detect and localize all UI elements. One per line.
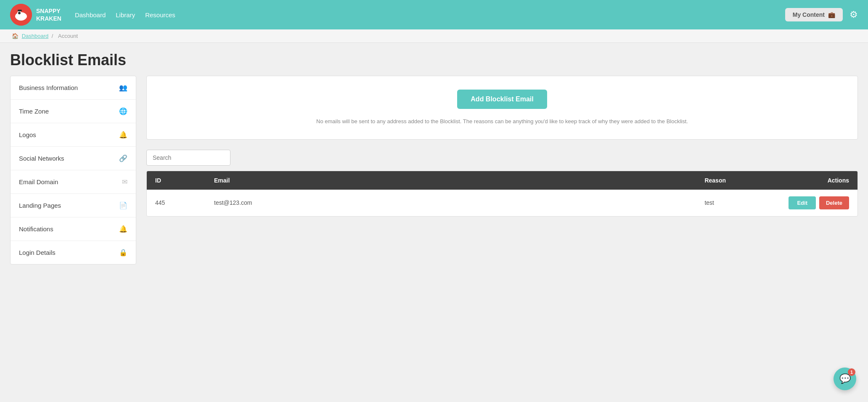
col-header-email: Email bbox=[206, 171, 696, 190]
brand-name: SNAPPY KRAKEN bbox=[36, 7, 61, 22]
briefcase-icon: 💼 bbox=[828, 11, 835, 18]
page-title: Blocklist Emails bbox=[10, 51, 858, 69]
add-blocklist-section: Add Blocklist Email No emails will be se… bbox=[146, 76, 858, 140]
sidebar-item-social-networks[interactable]: Social Networks 🔗 bbox=[11, 147, 136, 170]
sidebar-item-notifications[interactable]: Notifications 🔔 bbox=[11, 217, 136, 241]
nav-links: Dashboard Library Resources bbox=[75, 11, 175, 19]
breadcrumb: 🏠 Dashboard / Account bbox=[0, 29, 868, 43]
search-input[interactable] bbox=[146, 150, 230, 166]
settings-icon[interactable]: ⚙ bbox=[849, 9, 858, 20]
sidebar-item-label: Time Zone bbox=[19, 108, 49, 115]
sidebar-item-login-details[interactable]: Login Details 🔒 bbox=[11, 241, 136, 264]
login-details-icon: 🔒 bbox=[119, 249, 127, 257]
add-blocklist-email-button[interactable]: Add Blocklist Email bbox=[457, 90, 547, 109]
search-area bbox=[146, 150, 858, 166]
time-zone-icon: 🌐 bbox=[119, 107, 127, 115]
breadcrumb-dashboard[interactable]: Dashboard bbox=[22, 33, 49, 39]
sidebar-item-label: Email Domain bbox=[19, 178, 58, 185]
my-content-label: My Content bbox=[793, 11, 825, 18]
landing-pages-icon: 📄 bbox=[119, 201, 127, 209]
sidebar-item-landing-pages[interactable]: Landing Pages 📄 bbox=[11, 194, 136, 217]
nav-resources[interactable]: Resources bbox=[145, 11, 175, 19]
blocklist-table: ID Email Reason Actions 445 test@123.com… bbox=[146, 171, 858, 217]
email-domain-icon: ✉ bbox=[122, 178, 127, 186]
sidebar-item-label: Business Information bbox=[19, 84, 78, 91]
breadcrumb-current: Account bbox=[58, 33, 78, 39]
table-row: 445 test@123.com test Edit Delete bbox=[147, 190, 857, 216]
home-icon: 🏠 bbox=[12, 33, 19, 39]
content-area: Add Blocklist Email No emails will be se… bbox=[146, 76, 858, 264]
social-networks-icon: 🔗 bbox=[119, 154, 127, 162]
sidebar-item-logos[interactable]: Logos 🔔 bbox=[11, 123, 136, 147]
delete-button[interactable]: Delete bbox=[819, 196, 849, 209]
sidebar-item-label: Logos bbox=[19, 131, 36, 138]
logo-icon bbox=[10, 4, 32, 26]
main-layout: Business Information 👥 Time Zone 🌐 Logos… bbox=[0, 76, 868, 278]
sidebar-item-business-information[interactable]: Business Information 👥 bbox=[11, 76, 136, 100]
nav-dashboard[interactable]: Dashboard bbox=[75, 11, 106, 19]
sidebar-item-label: Landing Pages bbox=[19, 202, 61, 209]
notifications-icon: 🔔 bbox=[119, 225, 127, 233]
col-header-actions: Actions bbox=[780, 171, 857, 190]
col-header-id: ID bbox=[147, 171, 206, 190]
row-actions: Edit Delete bbox=[780, 190, 857, 216]
edit-button[interactable]: Edit bbox=[789, 196, 816, 209]
header-left: SNAPPY KRAKEN Dashboard Library Resource… bbox=[10, 4, 175, 26]
row-email: test@123.com bbox=[206, 190, 696, 216]
blocklist-notice: No emails will be sent to any address ad… bbox=[160, 117, 844, 126]
header: SNAPPY KRAKEN Dashboard Library Resource… bbox=[0, 0, 868, 29]
sidebar-item-email-domain[interactable]: Email Domain ✉ bbox=[11, 170, 136, 194]
sidebar-item-time-zone[interactable]: Time Zone 🌐 bbox=[11, 100, 136, 123]
business-information-icon: 👥 bbox=[119, 84, 127, 92]
sidebar-item-label: Login Details bbox=[19, 249, 56, 256]
sidebar: Business Information 👥 Time Zone 🌐 Logos… bbox=[10, 76, 136, 264]
sidebar-item-label: Social Networks bbox=[19, 155, 64, 162]
page-title-area: Blocklist Emails bbox=[0, 43, 868, 76]
row-id: 445 bbox=[147, 190, 206, 216]
my-content-button[interactable]: My Content 💼 bbox=[785, 8, 843, 21]
logos-icon: 🔔 bbox=[119, 131, 127, 139]
row-reason: test bbox=[696, 190, 780, 216]
header-right: My Content 💼 ⚙ bbox=[785, 8, 858, 21]
logo-area: SNAPPY KRAKEN bbox=[10, 4, 61, 26]
svg-rect-4 bbox=[18, 10, 22, 11]
nav-library[interactable]: Library bbox=[116, 11, 135, 19]
svg-point-3 bbox=[18, 12, 21, 14]
action-buttons: Edit Delete bbox=[789, 196, 849, 209]
sidebar-item-label: Notifications bbox=[19, 225, 53, 233]
table-header-row: ID Email Reason Actions bbox=[147, 171, 857, 190]
col-header-reason: Reason bbox=[696, 171, 780, 190]
breadcrumb-separator: / bbox=[52, 33, 55, 39]
